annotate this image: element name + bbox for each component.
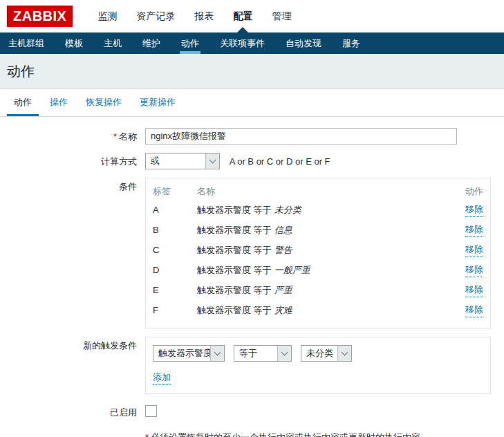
chevron-down-icon — [337, 346, 351, 361]
top-menu-item[interactable]: 配置 — [223, 0, 262, 32]
condition-name: 触发器示警度 等于未分类 — [197, 204, 465, 216]
title-band: 动作 — [0, 54, 504, 89]
condition-row: F 触发器示警度 等于灾难 移除 — [153, 300, 483, 320]
condition-row: B 触发器示警度 等于信息 移除 — [153, 220, 483, 240]
column-header-action: 动作 — [465, 185, 483, 198]
conditions-table-header: 标签 名称 动作 — [153, 183, 483, 200]
chevron-down-icon — [277, 346, 291, 361]
action-form: *名称 计算方式 或 A or B or C or D or E or F 条件 — [0, 117, 504, 437]
top-header: ZABBIX 监测 资产记录 报表 配置 管理 — [0, 0, 504, 32]
column-header-tag: 标签 — [153, 185, 197, 198]
zabbix-logo[interactable]: ZABBIX — [7, 6, 73, 27]
new-condition-select-value: 等于 — [234, 346, 277, 361]
calculation-label: 计算方式 — [0, 153, 145, 169]
condition-row: C 触发器示警度 等于警告 移除 — [153, 240, 483, 260]
condition-row: A 触发器示警度 等于未分类 移除 — [153, 200, 483, 220]
warning-message: *必须设置恢复时的至少一个执行内容或执行内容或更新时的执行内容。 — [145, 431, 504, 437]
condition-severity: 未分类 — [274, 205, 301, 215]
conditions-row: 条件 标签 名称 动作 A 触发器示警度 等于未分 — [0, 178, 504, 328]
new-condition-box: 触发器示警度 等于 未分类 — [145, 337, 491, 394]
name-row: *名称 — [0, 128, 504, 145]
conditions-table-body: A 触发器示警度 等于未分类 移除 B 触发器示警度 等于信息 — [153, 200, 483, 320]
top-menu-item[interactable]: 报表 — [185, 0, 223, 32]
condition-tag: B — [153, 225, 197, 235]
tab[interactable]: 动作 — [7, 89, 39, 116]
subnav-item[interactable]: 关联项事件 — [218, 32, 266, 54]
calculation-select[interactable]: 或 — [145, 153, 220, 169]
new-condition-select[interactable]: 未分类 — [301, 345, 352, 362]
top-menu-item[interactable]: 管理 — [262, 0, 301, 32]
condition-tag: A — [153, 205, 197, 215]
condition-row: E 触发器示警度 等于严重 移除 — [153, 280, 483, 300]
condition-severity: 灾难 — [274, 305, 292, 315]
condition-name: 触发器示警度 等于一般严重 — [197, 264, 465, 277]
add-condition-link[interactable]: 添加 — [153, 371, 171, 385]
conditions-label: 条件 — [0, 178, 145, 328]
calculation-row: 计算方式 或 A or B or C or D or E or F — [0, 153, 504, 169]
condition-tag: C — [153, 245, 197, 255]
new-condition-select-value: 未分类 — [301, 346, 337, 361]
new-condition-select[interactable]: 等于 — [234, 345, 292, 362]
required-asterisk: * — [113, 131, 117, 142]
enabled-checkbox[interactable] — [145, 405, 157, 417]
condition-name: 触发器示警度 等于灾难 — [197, 304, 465, 317]
required-asterisk: * — [145, 432, 149, 437]
top-menu-item[interactable]: 监测 — [88, 0, 127, 32]
chevron-down-icon — [205, 154, 219, 169]
condition-remove-link[interactable]: 移除 — [465, 243, 483, 257]
condition-severity: 警告 — [274, 245, 292, 255]
new-condition-label: 新的触发条件 — [0, 337, 145, 394]
warning-row: *必须设置恢复时的至少一个执行内容或执行内容或更新时的执行内容。 — [0, 431, 504, 437]
condition-row: D 触发器示警度 等于一般严重 移除 — [153, 260, 483, 280]
condition-remove-link[interactable]: 移除 — [465, 203, 483, 217]
condition-remove-link[interactable]: 移除 — [465, 263, 483, 277]
subnav-item[interactable]: 动作 — [180, 32, 200, 54]
subnav-item[interactable]: 主机 — [102, 32, 123, 54]
condition-tag: E — [153, 285, 197, 295]
content-card: 动作 操作 恢复操作 更新操作 *名称 计算方式 或 — [0, 89, 504, 437]
chevron-down-icon — [210, 346, 224, 361]
new-condition-select-value: 触发器示警度 — [153, 346, 210, 361]
page-title: 动作 — [7, 62, 497, 81]
column-header-name: 名称 — [197, 185, 465, 198]
calculation-formula: A or B or C or D or E or F — [230, 156, 330, 167]
top-menu-item[interactable]: 资产记录 — [127, 0, 185, 32]
name-label: *名称 — [0, 128, 145, 145]
tab[interactable]: 恢复操作 — [79, 89, 129, 116]
conditions-table: 标签 名称 动作 A 触发器示警度 等于未分类 移除 — [145, 178, 491, 328]
new-condition-row: 新的触发条件 触发器示警度 等于 — [0, 337, 504, 394]
tab[interactable]: 更新操作 — [133, 89, 183, 116]
subnav-item[interactable]: 自动发现 — [284, 32, 323, 54]
condition-severity: 信息 — [274, 225, 292, 235]
subnav-item[interactable]: 维护 — [141, 32, 162, 54]
condition-name: 触发器示警度 等于严重 — [197, 284, 465, 297]
name-input[interactable] — [145, 128, 457, 145]
calculation-select-value: 或 — [146, 154, 205, 169]
enabled-label: 已启用 — [0, 405, 145, 419]
condition-name: 触发器示警度 等于信息 — [197, 224, 465, 236]
condition-severity: 严重 — [274, 285, 292, 295]
enabled-row: 已启用 — [0, 405, 504, 419]
condition-severity: 一般严重 — [274, 265, 310, 275]
tab-bar: 动作 操作 恢复操作 更新操作 — [0, 89, 504, 117]
condition-remove-link[interactable]: 移除 — [465, 223, 483, 237]
condition-remove-link[interactable]: 移除 — [465, 283, 483, 297]
new-condition-select[interactable]: 触发器示警度 — [153, 345, 225, 362]
subnav-item[interactable]: 主机群组 — [7, 32, 46, 54]
subnav-item[interactable]: 服务 — [341, 32, 362, 54]
subnav-item[interactable]: 模板 — [64, 32, 84, 54]
sub-navigation: 主机群组 模板 主机 维护 动作 关联项事件 自动发现 服务 — [0, 32, 504, 54]
condition-name: 触发器示警度 等于警告 — [197, 244, 465, 257]
top-menu: 监测 资产记录 报表 配置 管理 — [88, 0, 301, 32]
condition-remove-link[interactable]: 移除 — [465, 304, 483, 317]
condition-tag: D — [153, 265, 197, 275]
condition-tag: F — [153, 305, 197, 315]
tab[interactable]: 操作 — [43, 89, 75, 116]
